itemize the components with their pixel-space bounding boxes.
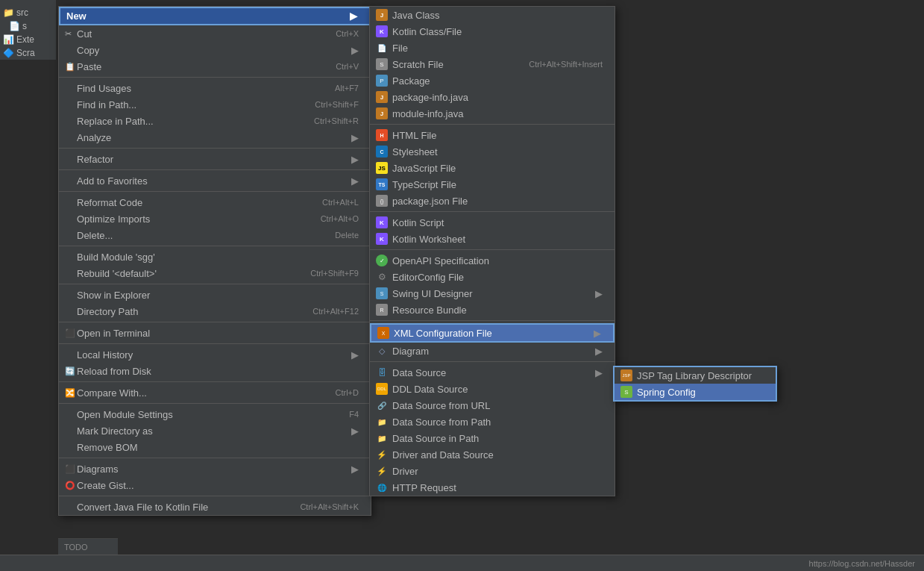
add-favorites-label: Add to Favorites: [77, 175, 345, 187]
diagrams-icon: ⬛: [65, 464, 75, 474]
menu-item-diagrams[interactable]: ⬛ Diagrams ▶: [59, 461, 371, 477]
local-history-arrow-icon: ▶: [351, 349, 359, 361]
menu-item-delete[interactable]: Delete... Delete: [59, 227, 371, 243]
submenu-kotlin-worksheet[interactable]: K Kotlin Worksheet: [370, 231, 615, 247]
openapi-label: OpenAPI Specification: [392, 255, 603, 266]
submenu-swing-designer[interactable]: S Swing UI Designer ▶: [370, 285, 615, 302]
sidebar-item-exte[interactable]: 📊 Exte: [0, 33, 56, 46]
copy-arrow-icon: ▶: [351, 45, 359, 56]
optimize-imports-label: Optimize Imports: [77, 213, 306, 225]
kotlin-icon: K: [376, 25, 388, 37]
submenu-diagram[interactable]: ◇ Diagram ▶: [370, 343, 615, 359]
submenu-package-info[interactable]: J package-info.java: [370, 89, 615, 105]
submenu-package[interactable]: P Package: [370, 72, 615, 89]
menu-item-copy[interactable]: Copy ▶: [59, 42, 371, 58]
menu-item-remove-bom[interactable]: Remove BOM: [59, 439, 371, 455]
menu-item-paste[interactable]: 📋 Paste Ctrl+V: [59, 58, 371, 75]
menu-item-cut[interactable]: ✂ Cut Ctrl+X: [59, 25, 371, 42]
scratch-shortcut: Ctrl+Alt+Shift+Insert: [529, 60, 603, 69]
separator-2: [59, 148, 371, 149]
spring-config-label: Spring Config: [637, 387, 767, 398]
submenu-ddl-data-source[interactable]: DDL DDL Data Source: [370, 381, 615, 397]
rebuild-shortcut: Ctrl+Shift+F9: [310, 269, 359, 278]
sub-separator-1: [370, 124, 615, 125]
submenu-driver[interactable]: ⚡ Driver: [370, 463, 615, 479]
sidebar-item-label: s: [22, 21, 27, 31]
jsp-icon: JSP: [620, 369, 632, 381]
submenu-resource-bundle[interactable]: R Resource Bundle: [370, 302, 615, 318]
java-class-label: Java Class: [392, 10, 603, 21]
open-terminal-label: Open in Terminal: [77, 328, 359, 339]
submenu-openapi[interactable]: ✓ OpenAPI Specification: [370, 252, 615, 269]
menu-item-local-history[interactable]: Local History ▶: [59, 346, 371, 363]
menu-item-refactor[interactable]: Refactor ▶: [59, 151, 371, 167]
submenu-js-file[interactable]: JS JavaScript File: [370, 160, 615, 176]
submenu-package-json[interactable]: {} package.json File: [370, 193, 615, 209]
submenu-stylesheet[interactable]: C Stylesheet: [370, 143, 615, 160]
data-source-url-label: Data Source from URL: [392, 400, 603, 411]
sub-separator-4: [370, 320, 615, 321]
submenu-http-request[interactable]: 🌐 HTTP Request: [370, 479, 615, 496]
menu-item-compare[interactable]: 🔀 Compare With... Ctrl+D: [59, 384, 371, 401]
html-label: HTML File: [392, 130, 603, 141]
sidebar-item-src[interactable]: 📁 src: [0, 6, 56, 19]
submenu-kotlin-script[interactable]: K Kotlin Script: [370, 214, 615, 231]
submenu-data-source[interactable]: 🗄 Data Source ▶: [370, 364, 615, 381]
menu-item-find-in-path[interactable]: Find in Path... Ctrl+Shift+F: [59, 96, 371, 113]
diagram-arrow-icon: ▶: [595, 346, 603, 357]
submenu-driver-datasource[interactable]: ⚡ Driver and Data Source: [370, 446, 615, 463]
refactor-label: Refactor: [77, 154, 345, 165]
submenu-data-source-path[interactable]: 📁 Data Source from Path: [370, 414, 615, 430]
find-usages-shortcut: Alt+F7: [335, 84, 359, 93]
submenu-jsp-descriptor[interactable]: JSP JSP Tag Library Descriptor: [615, 367, 776, 384]
scratch-icon: 🔷: [3, 48, 14, 58]
separator-3: [59, 169, 371, 170]
html-icon: H: [376, 129, 388, 141]
sidebar-tree: 📁 src 📄 s 📊 Exte 🔷 Scra: [0, 0, 56, 60]
ddl-icon: DDL: [376, 383, 388, 395]
sidebar-item-label: Scra: [16, 48, 35, 58]
submenu-ts-file[interactable]: TS TypeScript File: [370, 176, 615, 193]
submenu-editorconfig[interactable]: ⚙ EditorConfig File: [370, 269, 615, 285]
menu-item-convert-kotlin[interactable]: Convert Java File to Kotlin File Ctrl+Al…: [59, 499, 371, 515]
submenu-spring-config[interactable]: S Spring Config: [615, 384, 776, 400]
menu-item-create-gist[interactable]: ⭕ Create Gist...: [59, 477, 371, 493]
menu-item-find-usages[interactable]: Find Usages Alt+F7: [59, 80, 371, 96]
sub-separator-5: [370, 361, 615, 362]
menu-item-rebuild[interactable]: Rebuild '<default>' Ctrl+Shift+F9: [59, 265, 371, 281]
editorconfig-label: EditorConfig File: [392, 272, 603, 283]
submenu-data-source-in-path[interactable]: 📁 Data Source in Path: [370, 430, 615, 446]
reformat-shortcut: Ctrl+Alt+L: [322, 198, 359, 207]
menu-item-reload[interactable]: 🔄 Reload from Disk: [59, 363, 371, 379]
menu-item-optimize-imports[interactable]: Optimize Imports Ctrl+Alt+O: [59, 210, 371, 227]
menu-item-show-explorer[interactable]: Show in Explorer: [59, 287, 371, 303]
data-source-path-label: Data Source from Path: [392, 416, 603, 428]
js-label: JavaScript File: [392, 163, 603, 174]
submenu-kotlin-class[interactable]: K Kotlin Class/File: [370, 23, 615, 40]
data-source-label: Data Source: [392, 367, 591, 378]
submenu-java-class[interactable]: J Java Class: [370, 7, 615, 23]
driver-icon: ⚡: [376, 465, 388, 477]
menu-item-open-terminal[interactable]: ⬛ Open in Terminal: [59, 325, 371, 341]
todo-bar[interactable]: TODO: [58, 538, 118, 555]
analyze-arrow-icon: ▶: [351, 132, 359, 143]
menu-item-analyze[interactable]: Analyze ▶: [59, 129, 371, 146]
submenu-data-source-url[interactable]: 🔗 Data Source from URL: [370, 397, 615, 414]
menu-item-directory-path[interactable]: Directory Path Ctrl+Alt+F12: [59, 303, 371, 319]
submenu-html[interactable]: H HTML File: [370, 127, 615, 143]
module-settings-label: Open Module Settings: [77, 409, 334, 420]
menu-item-replace-in-path[interactable]: Replace in Path... Ctrl+Shift+R: [59, 113, 371, 129]
menu-item-add-favorites[interactable]: Add to Favorites ▶: [59, 172, 371, 189]
sidebar-item-s[interactable]: 📄 s: [0, 19, 56, 33]
menu-item-module-settings[interactable]: Open Module Settings F4: [59, 406, 371, 422]
submenu-file[interactable]: 📄 File: [370, 40, 615, 56]
submenu-module-info[interactable]: J module-info.java: [370, 105, 615, 122]
build-module-label: Build Module 'sgg': [77, 252, 359, 263]
sidebar-item-scra[interactable]: 🔷 Scra: [0, 46, 56, 60]
menu-item-reformat[interactable]: Reformat Code Ctrl+Alt+L: [59, 194, 371, 210]
submenu-scratch-file[interactable]: S Scratch File Ctrl+Alt+Shift+Insert: [370, 56, 615, 72]
menu-item-build-module[interactable]: Build Module 'sgg': [59, 249, 371, 265]
submenu-xml-config[interactable]: X XML Configuration File ▶: [370, 323, 615, 343]
menu-item-mark-directory[interactable]: Mark Directory as ▶: [59, 422, 371, 439]
menu-item-new[interactable]: New ▶: [59, 7, 371, 25]
